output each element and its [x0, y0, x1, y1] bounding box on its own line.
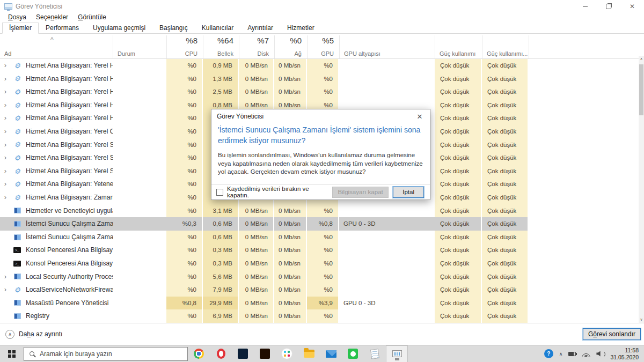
taskbar-app-button[interactable]	[342, 345, 364, 362]
column-header-gpu-engine[interactable]: GPU altyapısı	[339, 35, 435, 58]
expand-chevron-icon[interactable]: ›	[0, 112, 11, 125]
expand-chevron-icon[interactable]	[0, 243, 11, 257]
expand-chevron-icon[interactable]: ›	[0, 270, 11, 284]
status-cell	[113, 309, 166, 323]
expand-chevron-icon[interactable]: ›	[0, 85, 11, 99]
fewer-details-link[interactable]: Daha az ayrıntı	[19, 330, 62, 338]
expand-chevron-icon[interactable]: ›	[0, 99, 11, 112]
tab[interactable]: Hizmetler	[280, 23, 321, 34]
status-cell	[113, 231, 166, 244]
expand-chevron-icon[interactable]	[0, 297, 11, 310]
tab[interactable]: Başlangıç	[152, 23, 195, 34]
expand-chevron-icon[interactable]: ›	[0, 165, 11, 178]
battery-icon[interactable]	[568, 352, 576, 356]
table-row[interactable]: İstemci Sunucu Çalışma Zamanı... %0,3 0,…	[0, 217, 639, 231]
column-header-memory[interactable]: %64 Bellek	[203, 35, 239, 58]
cpu-cell: %0	[166, 191, 203, 204]
expand-chevron-icon[interactable]	[0, 309, 11, 323]
tab[interactable]: İşlemler	[2, 23, 39, 34]
column-header-status[interactable]: Durum	[113, 35, 166, 58]
table-row[interactable]: › Local Security Authority Process... %0…	[0, 270, 639, 284]
expand-chevron-icon[interactable]: ›	[0, 191, 11, 204]
taskbar-app-button[interactable]	[320, 345, 342, 362]
table-row[interactable]: Registry %0 6,9 MB 0 MB/sn 0 Mb/sn %0 Ço…	[0, 309, 639, 323]
power-trend-cell: Çok düşük	[482, 309, 529, 323]
cpu-cell: %0	[166, 85, 203, 99]
table-row[interactable]: › Hizmet Ana Bilgisayarı: Yerel Hiz... %…	[0, 59, 639, 72]
expand-chevron-icon[interactable]: ›	[0, 125, 11, 138]
scroll-up-icon[interactable]: ∧	[640, 56, 642, 62]
table-row[interactable]: Konsol Penceresi Ana Bilgisayarı %0 0,3 …	[0, 257, 639, 270]
cancel-button[interactable]: İptal	[393, 187, 424, 198]
taskbar-app-button[interactable]	[298, 345, 320, 362]
expand-chevron-icon[interactable]	[0, 231, 11, 244]
tray-overflow-chevron-icon[interactable]: ∧	[559, 351, 563, 357]
table-row[interactable]: › Hizmet Ana Bilgisayarı: Yerel Hiz... %…	[0, 72, 639, 86]
tab[interactable]: Kullanıcılar	[195, 23, 240, 34]
table-row[interactable]: Hizmetler ve Denetleyici uygula... %0 3,…	[0, 204, 639, 218]
disk-cell: 0 MB/sn	[239, 297, 274, 310]
menu-item[interactable]: Görüntüle	[74, 13, 110, 23]
scrollbar-thumb[interactable]	[639, 64, 643, 115]
column-header-cpu[interactable]: %8 CPU	[166, 35, 203, 58]
expand-chevron-icon[interactable]: ›	[0, 283, 11, 297]
volume-icon[interactable]	[596, 351, 604, 357]
expand-chevron-icon[interactable]: ›	[0, 72, 11, 86]
task-manager-icon	[392, 350, 402, 357]
column-header-gpu[interactable]: %5 GPU	[307, 35, 339, 58]
column-header-power[interactable]: Güç kullanımı	[435, 35, 482, 58]
taskbar-app-button[interactable]	[188, 345, 210, 362]
column-header-power-trend[interactable]: Güç kullanımı...	[482, 35, 529, 58]
status-cell	[113, 85, 166, 99]
expand-chevron-icon[interactable]: ›	[0, 151, 11, 165]
help-tray-icon[interactable]: ?	[544, 349, 553, 358]
table-row[interactable]: İstemci Sunucu Çalışma Zamanı... %0 0,6 …	[0, 231, 639, 244]
table-row[interactable]: › LocalServiceNoNetworkFirewall ... %0 7…	[0, 283, 639, 297]
column-header-name[interactable]: Ad	[0, 35, 113, 58]
menu-item[interactable]: Seçenekler	[32, 13, 72, 23]
expand-chevron-icon[interactable]: ›	[0, 178, 11, 191]
end-task-button[interactable]: Görevi sonlandır	[583, 328, 641, 340]
tab-bar: İşlemler Performans Uygulama geçmişi Baş…	[0, 23, 644, 34]
process-name: Hizmetler ve Denetleyici uygula...	[24, 204, 113, 218]
table-row[interactable]: Konsol Penceresi Ana Bilgisayarı %0 0,3 …	[0, 243, 639, 257]
network-total: %0	[275, 36, 307, 50]
process-name: İstemci Sunucu Çalışma Zamanı...	[24, 231, 113, 244]
taskbar-app-button[interactable]	[232, 345, 254, 362]
taskbar-app-button[interactable]	[210, 345, 232, 362]
process-icon	[13, 76, 21, 82]
taskbar-clock[interactable]: 11:58 31.05.2020	[610, 347, 639, 360]
close-button[interactable]: ✕	[620, 0, 644, 13]
menu-item[interactable]: Dosya	[4, 13, 30, 23]
process-icon	[14, 300, 21, 306]
minimize-button[interactable]	[573, 0, 597, 13]
start-button[interactable]	[0, 345, 24, 362]
expand-chevron-icon[interactable]: ›	[0, 59, 11, 72]
title-bar: Görev Yöneticisi ✕	[0, 0, 644, 13]
expand-chevron-icon[interactable]: ›	[0, 138, 11, 152]
taskbar-app-button[interactable]	[386, 345, 408, 362]
taskbar-search-input[interactable]: Aramak için buraya yazın	[24, 347, 188, 361]
expand-chevron-icon[interactable]	[0, 257, 11, 270]
taskbar-app-button[interactable]	[364, 345, 386, 362]
taskbar-app-button[interactable]	[276, 345, 298, 362]
shutdown-button[interactable]: Bilgisayarı kapat	[332, 187, 389, 198]
column-header-network[interactable]: %0 Ağ	[274, 35, 307, 58]
expand-chevron-icon[interactable]	[0, 217, 11, 231]
wifi-icon[interactable]	[582, 351, 590, 357]
abandon-data-checkbox[interactable]	[216, 189, 223, 196]
column-header-disk[interactable]: %7 Disk	[239, 35, 274, 58]
maximize-button[interactable]	[597, 0, 620, 13]
tab[interactable]: Ayrıntılar	[240, 23, 280, 34]
table-row[interactable]: Masaüstü Pencere Yöneticisi %0,8 29,9 MB…	[0, 297, 639, 310]
network-cell: 0 Mb/sn	[274, 309, 307, 323]
dialog-close-icon[interactable]: ✕	[409, 113, 430, 121]
expand-chevron-icon[interactable]	[0, 204, 11, 218]
tab[interactable]: Uygulama geçmişi	[86, 23, 152, 34]
table-row[interactable]: › Hizmet Ana Bilgisayarı: Yerel Hiz... %…	[0, 85, 639, 99]
scroll-down-icon[interactable]: ∨	[640, 316, 642, 323]
collapse-details-icon[interactable]: ∧	[5, 330, 14, 339]
vertical-scrollbar[interactable]: ∧ ∨	[639, 56, 644, 323]
tab[interactable]: Performans	[39, 23, 86, 34]
taskbar-app-button[interactable]	[254, 345, 276, 362]
